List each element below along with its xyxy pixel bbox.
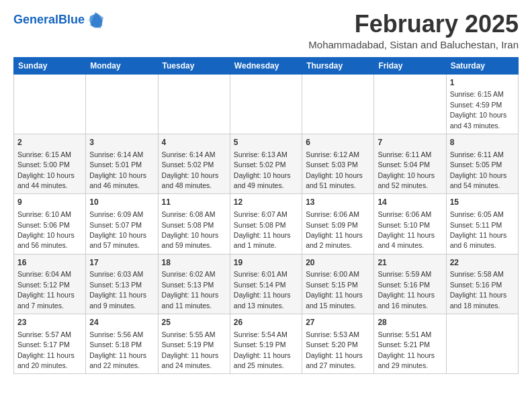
day-number: 5 bbox=[234, 137, 298, 148]
day-number: 6 bbox=[306, 137, 370, 148]
day-number: 9 bbox=[17, 197, 82, 208]
calendar-week-row: 9Sunrise: 6:10 AM Sunset: 5:06 PM Daylig… bbox=[14, 194, 519, 254]
calendar-cell bbox=[14, 74, 86, 134]
calendar-cell bbox=[302, 74, 374, 134]
calendar-cell: 7Sunrise: 6:11 AM Sunset: 5:04 PM Daylig… bbox=[374, 134, 446, 193]
day-info: Sunrise: 6:11 AM Sunset: 5:04 PM Dayligh… bbox=[378, 150, 435, 189]
day-info: Sunrise: 6:13 AM Sunset: 5:02 PM Dayligh… bbox=[234, 150, 291, 189]
subtitle: Mohammadabad, Sistan and Baluchestan, Ir… bbox=[308, 39, 519, 50]
day-number: 23 bbox=[17, 317, 82, 328]
logo-icon bbox=[86, 11, 105, 30]
day-info: Sunrise: 6:09 AM Sunset: 5:07 PM Dayligh… bbox=[89, 210, 146, 249]
calendar-cell: 20Sunrise: 6:00 AM Sunset: 5:15 PM Dayli… bbox=[302, 254, 374, 314]
day-number: 14 bbox=[378, 197, 442, 208]
calendar-cell: 9Sunrise: 6:10 AM Sunset: 5:06 PM Daylig… bbox=[14, 194, 86, 254]
day-info: Sunrise: 5:59 AM Sunset: 5:16 PM Dayligh… bbox=[378, 270, 435, 309]
day-info: Sunrise: 6:02 AM Sunset: 5:13 PM Dayligh… bbox=[162, 270, 219, 309]
day-number: 24 bbox=[89, 317, 154, 328]
calendar-cell: 23Sunrise: 5:57 AM Sunset: 5:17 PM Dayli… bbox=[14, 314, 86, 374]
calendar-cell: 4Sunrise: 6:14 AM Sunset: 5:02 PM Daylig… bbox=[158, 134, 230, 193]
day-info: Sunrise: 5:51 AM Sunset: 5:21 PM Dayligh… bbox=[378, 330, 435, 369]
calendar-cell: 10Sunrise: 6:09 AM Sunset: 5:07 PM Dayli… bbox=[86, 194, 158, 254]
day-info: Sunrise: 6:15 AM Sunset: 4:59 PM Dayligh… bbox=[450, 90, 507, 129]
calendar-cell: 3Sunrise: 6:14 AM Sunset: 5:01 PM Daylig… bbox=[86, 134, 158, 193]
calendar-cell: 2Sunrise: 6:15 AM Sunset: 5:00 PM Daylig… bbox=[14, 134, 86, 193]
day-number: 3 bbox=[89, 137, 154, 148]
calendar-cell bbox=[446, 314, 518, 374]
day-info: Sunrise: 6:03 AM Sunset: 5:13 PM Dayligh… bbox=[89, 270, 146, 309]
calendar-week-row: 2Sunrise: 6:15 AM Sunset: 5:00 PM Daylig… bbox=[14, 134, 519, 193]
day-number: 21 bbox=[378, 257, 442, 269]
day-info: Sunrise: 5:53 AM Sunset: 5:20 PM Dayligh… bbox=[306, 330, 363, 369]
calendar-cell: 27Sunrise: 5:53 AM Sunset: 5:20 PM Dayli… bbox=[302, 314, 374, 374]
day-number: 27 bbox=[306, 317, 370, 328]
calendar-header-saturday: Saturday bbox=[446, 57, 518, 74]
day-info: Sunrise: 6:06 AM Sunset: 5:10 PM Dayligh… bbox=[378, 210, 435, 249]
day-number: 7 bbox=[378, 137, 442, 148]
day-info: Sunrise: 6:15 AM Sunset: 5:00 PM Dayligh… bbox=[17, 150, 75, 189]
day-info: Sunrise: 6:07 AM Sunset: 5:08 PM Dayligh… bbox=[234, 210, 291, 249]
calendar-cell: 19Sunrise: 6:01 AM Sunset: 5:14 PM Dayli… bbox=[230, 254, 302, 314]
logo-text: GeneralBlue bbox=[13, 13, 85, 27]
calendar-header-thursday: Thursday bbox=[302, 57, 374, 74]
calendar-cell: 16Sunrise: 6:04 AM Sunset: 5:12 PM Dayli… bbox=[14, 254, 86, 314]
calendar-header-tuesday: Tuesday bbox=[158, 57, 230, 74]
day-number: 28 bbox=[378, 317, 442, 328]
day-info: Sunrise: 6:00 AM Sunset: 5:15 PM Dayligh… bbox=[306, 270, 363, 309]
main-title: February 2025 bbox=[308, 11, 519, 38]
calendar-cell: 25Sunrise: 5:55 AM Sunset: 5:19 PM Dayli… bbox=[158, 314, 230, 374]
day-info: Sunrise: 5:55 AM Sunset: 5:19 PM Dayligh… bbox=[162, 330, 219, 369]
day-number: 17 bbox=[89, 257, 154, 269]
calendar-cell bbox=[374, 74, 446, 134]
day-info: Sunrise: 5:54 AM Sunset: 5:19 PM Dayligh… bbox=[234, 330, 291, 369]
header: GeneralBlue February 2025 Mohammadabad, … bbox=[13, 11, 519, 50]
day-number: 10 bbox=[89, 197, 154, 208]
day-number: 13 bbox=[306, 197, 370, 208]
day-info: Sunrise: 5:58 AM Sunset: 5:16 PM Dayligh… bbox=[450, 270, 507, 309]
calendar-cell: 17Sunrise: 6:03 AM Sunset: 5:13 PM Dayli… bbox=[86, 254, 158, 314]
calendar-cell: 1Sunrise: 6:15 AM Sunset: 4:59 PM Daylig… bbox=[446, 74, 518, 134]
day-info: Sunrise: 6:06 AM Sunset: 5:09 PM Dayligh… bbox=[306, 210, 363, 249]
calendar-cell: 13Sunrise: 6:06 AM Sunset: 5:09 PM Dayli… bbox=[302, 194, 374, 254]
day-number: 12 bbox=[234, 197, 298, 208]
calendar-table: SundayMondayTuesdayWednesdayThursdayFrid… bbox=[13, 57, 519, 375]
day-number: 19 bbox=[234, 257, 298, 269]
calendar-cell: 28Sunrise: 5:51 AM Sunset: 5:21 PM Dayli… bbox=[374, 314, 446, 374]
calendar-cell: 21Sunrise: 5:59 AM Sunset: 5:16 PM Dayli… bbox=[374, 254, 446, 314]
day-number: 8 bbox=[450, 137, 515, 148]
calendar-cell: 11Sunrise: 6:08 AM Sunset: 5:08 PM Dayli… bbox=[158, 194, 230, 254]
page: GeneralBlue February 2025 Mohammadabad, … bbox=[0, 0, 532, 381]
day-info: Sunrise: 6:10 AM Sunset: 5:06 PM Dayligh… bbox=[17, 210, 75, 249]
title-block: February 2025 Mohammadabad, Sistan and B… bbox=[308, 11, 519, 50]
day-number: 22 bbox=[450, 257, 515, 269]
calendar-cell bbox=[86, 74, 158, 134]
calendar-cell: 14Sunrise: 6:06 AM Sunset: 5:10 PM Dayli… bbox=[374, 194, 446, 254]
calendar-header-monday: Monday bbox=[86, 57, 158, 74]
day-number: 16 bbox=[17, 257, 82, 269]
calendar-cell: 22Sunrise: 5:58 AM Sunset: 5:16 PM Dayli… bbox=[446, 254, 518, 314]
day-number: 20 bbox=[306, 257, 370, 269]
day-info: Sunrise: 5:57 AM Sunset: 5:17 PM Dayligh… bbox=[17, 330, 75, 369]
day-info: Sunrise: 6:04 AM Sunset: 5:12 PM Dayligh… bbox=[17, 270, 75, 309]
day-info: Sunrise: 6:14 AM Sunset: 5:01 PM Dayligh… bbox=[89, 150, 146, 189]
logo: GeneralBlue bbox=[13, 11, 105, 30]
calendar-cell: 5Sunrise: 6:13 AM Sunset: 5:02 PM Daylig… bbox=[230, 134, 302, 193]
calendar-week-row: 1Sunrise: 6:15 AM Sunset: 4:59 PM Daylig… bbox=[14, 74, 519, 134]
calendar-cell: 12Sunrise: 6:07 AM Sunset: 5:08 PM Dayli… bbox=[230, 194, 302, 254]
day-info: Sunrise: 6:11 AM Sunset: 5:05 PM Dayligh… bbox=[450, 150, 507, 189]
calendar-header-friday: Friday bbox=[374, 57, 446, 74]
day-info: Sunrise: 6:01 AM Sunset: 5:14 PM Dayligh… bbox=[234, 270, 291, 309]
calendar-cell: 15Sunrise: 6:05 AM Sunset: 5:11 PM Dayli… bbox=[446, 194, 518, 254]
day-number: 4 bbox=[162, 137, 226, 148]
day-info: Sunrise: 5:56 AM Sunset: 5:18 PM Dayligh… bbox=[89, 330, 146, 369]
calendar-week-row: 16Sunrise: 6:04 AM Sunset: 5:12 PM Dayli… bbox=[14, 254, 519, 314]
day-info: Sunrise: 6:08 AM Sunset: 5:08 PM Dayligh… bbox=[162, 210, 219, 249]
calendar-cell: 18Sunrise: 6:02 AM Sunset: 5:13 PM Dayli… bbox=[158, 254, 230, 314]
calendar-cell: 6Sunrise: 6:12 AM Sunset: 5:03 PM Daylig… bbox=[302, 134, 374, 193]
calendar-cell bbox=[230, 74, 302, 134]
day-number: 26 bbox=[234, 317, 298, 328]
day-number: 18 bbox=[162, 257, 226, 269]
calendar-cell: 26Sunrise: 5:54 AM Sunset: 5:19 PM Dayli… bbox=[230, 314, 302, 374]
day-number: 1 bbox=[450, 77, 515, 89]
day-info: Sunrise: 6:14 AM Sunset: 5:02 PM Dayligh… bbox=[162, 150, 219, 189]
